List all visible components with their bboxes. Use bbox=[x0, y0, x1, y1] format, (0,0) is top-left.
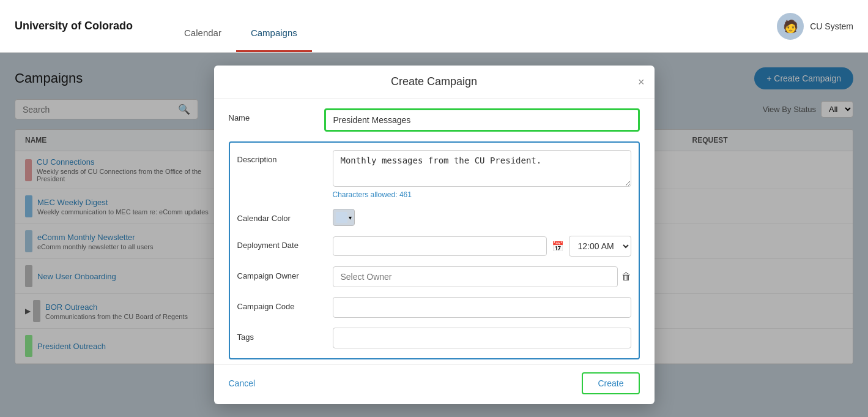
calendar-color-label: Calendar Color bbox=[237, 209, 323, 223]
time-select[interactable]: 12:00 AM 12:30 AM 1:00 AM bbox=[569, 236, 631, 257]
chevron-down-icon: ▾ bbox=[349, 214, 352, 221]
tags-field-group: Tags bbox=[237, 328, 631, 348]
modal-footer: Cancel Create bbox=[214, 364, 655, 404]
modal-body: Name Description Monthly messages from bbox=[214, 99, 655, 364]
name-input-wrap bbox=[324, 108, 640, 132]
deployment-date-row: Deployment Date 📅 12:00 AM 12:30 AM 1:00… bbox=[237, 236, 631, 257]
description-textarea[interactable]: Monthly messages from the CU President. bbox=[333, 150, 631, 187]
color-picker-button[interactable]: ▾ bbox=[333, 209, 355, 226]
deployment-date-label: Deployment Date bbox=[237, 236, 323, 250]
description-field-group: Description Monthly messages from the CU… bbox=[237, 150, 631, 199]
modal-header: Create Campaign × bbox=[214, 66, 655, 99]
date-input[interactable] bbox=[333, 236, 547, 256]
campaign-code-input[interactable] bbox=[333, 297, 631, 318]
campaign-owner-row: Campaign Owner 🗑 bbox=[237, 266, 631, 287]
campaign-code-label: Campaign Code bbox=[237, 297, 323, 311]
campaign-code-row: Campaign Code bbox=[237, 297, 631, 318]
tags-label: Tags bbox=[237, 328, 323, 342]
owner-input-wrap: 🗑 bbox=[333, 266, 631, 287]
campaign-code-field-group: Campaign Code bbox=[237, 297, 631, 318]
campaign-owner-label: Campaign Owner bbox=[237, 266, 323, 280]
calendar-color-field-group: Calendar Color ▾ bbox=[237, 209, 631, 226]
top-nav: University of Colorado Calendar Campaign… bbox=[0, 0, 868, 53]
calendar-color-row: Calendar Color ▾ bbox=[237, 209, 631, 226]
avatar: 🧑 bbox=[777, 13, 804, 40]
description-field-row: Description Monthly messages from the CU… bbox=[237, 150, 631, 199]
modal-title: Create Campaign bbox=[391, 75, 477, 88]
tags-row: Tags bbox=[237, 328, 631, 348]
nav-calendar[interactable]: Calendar bbox=[169, 0, 236, 52]
owner-input-container: 🗑 bbox=[333, 266, 631, 287]
name-field-group: Name bbox=[229, 108, 640, 132]
modal-close-button[interactable]: × bbox=[638, 75, 645, 88]
user-name: CU System bbox=[810, 21, 853, 31]
campaign-code-input-wrap bbox=[333, 297, 631, 318]
trash-icon[interactable]: 🗑 bbox=[621, 271, 631, 282]
owner-input[interactable] bbox=[333, 266, 618, 287]
date-input-wrap: 📅 12:00 AM 12:30 AM 1:00 AM bbox=[333, 236, 631, 257]
modal-overlay: Create Campaign × Name bbox=[0, 53, 868, 417]
tags-input-wrap bbox=[333, 328, 631, 348]
description-input-wrap: Monthly messages from the CU President. … bbox=[333, 150, 631, 199]
blue-section: Description Monthly messages from the CU… bbox=[229, 141, 640, 359]
cancel-button[interactable]: Cancel bbox=[229, 374, 256, 393]
color-swatch bbox=[336, 212, 347, 223]
name-label: Name bbox=[229, 108, 314, 122]
description-label: Description bbox=[237, 150, 323, 164]
name-input[interactable] bbox=[324, 108, 640, 132]
deployment-date-field-group: Deployment Date 📅 12:00 AM 12:30 AM 1:00… bbox=[237, 236, 631, 257]
deployment-date-wrap: 📅 12:00 AM 12:30 AM 1:00 AM bbox=[333, 236, 631, 257]
char-count: Characters allowed: 461 bbox=[333, 190, 631, 199]
create-button[interactable]: Create bbox=[582, 372, 639, 394]
name-field-row: Name bbox=[229, 108, 640, 132]
color-picker-wrap: ▾ bbox=[333, 209, 631, 226]
logo: University of Colorado bbox=[15, 20, 133, 32]
campaign-owner-field-group: Campaign Owner 🗑 bbox=[237, 266, 631, 287]
tags-input[interactable] bbox=[333, 328, 631, 348]
main-area: Campaigns + Create Campaign 🔍 View By St… bbox=[0, 53, 868, 417]
create-campaign-modal: Create Campaign × Name bbox=[214, 66, 655, 404]
nav-links: Calendar Campaigns bbox=[169, 0, 312, 52]
nav-campaigns[interactable]: Campaigns bbox=[236, 0, 312, 52]
calendar-icon[interactable]: 📅 bbox=[552, 241, 564, 252]
top-nav-right: 🧑 CU System bbox=[777, 13, 853, 40]
